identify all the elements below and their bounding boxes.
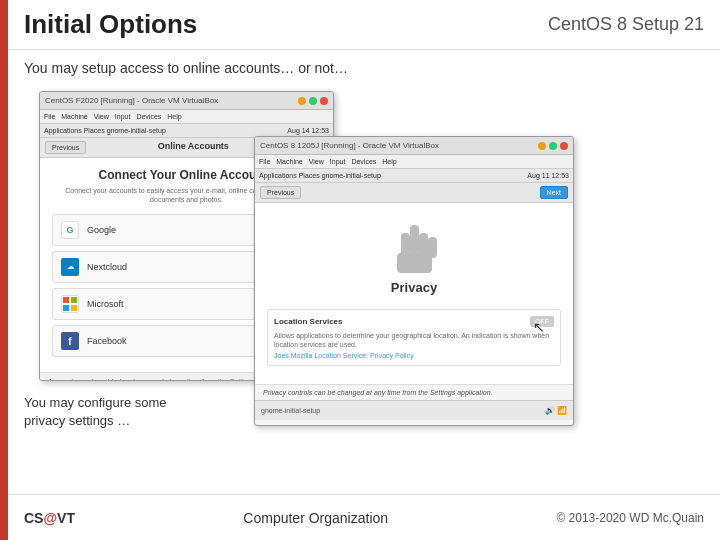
win2-toolbar-right: Aug 11 12:53 [527, 172, 569, 179]
slide-footer: CS@VT Computer Organization © 2013-2020 … [8, 494, 720, 540]
win2-maximize[interactable] [549, 142, 557, 150]
slide-body: You may setup access to online accounts…… [8, 50, 720, 490]
win2-title: CentOS 8 1205J [Running] - Oracle VM Vir… [260, 141, 439, 150]
win2-minimize[interactable] [538, 142, 546, 150]
win2-statusbar: gnome-initial-setup 🔊 📶 [255, 400, 573, 420]
win1-maximize[interactable] [309, 97, 317, 105]
win1-title: CentOS F2020 [Running] - Oracle VM Virtu… [45, 96, 218, 105]
svg-rect-3 [71, 305, 77, 311]
win2-close[interactable] [560, 142, 568, 150]
win2-previous-btn[interactable]: Previous [260, 186, 301, 199]
svg-rect-4 [410, 225, 419, 255]
footer-copyright: © 2013-2020 WD Mc.Quain [556, 511, 704, 525]
win1-controls [298, 97, 328, 105]
bottom-line2: privacy settings … [24, 412, 167, 430]
google-label: Google [87, 225, 116, 235]
facebook-icon: f [61, 332, 79, 350]
footer-vt: VT [57, 510, 75, 526]
bottom-caption: You may configure some privacy settings … [24, 394, 167, 430]
window-privacy: CentOS 8 1205J [Running] - Oracle VM Vir… [254, 136, 574, 426]
left-accent-bar [0, 0, 8, 540]
bottom-line1: You may configure some [24, 394, 167, 412]
svg-rect-0 [63, 297, 69, 303]
footer-at: @ [43, 510, 57, 526]
win2-status-text: gnome-initial-setup [261, 407, 320, 414]
mouse-cursor: ↖ [533, 319, 545, 335]
win1-previous-btn[interactable]: Previous [45, 141, 86, 154]
privacy-hand-icon [392, 225, 437, 280]
win1-close[interactable] [320, 97, 328, 105]
win1-menubar: File Machine View Input Devices Help [40, 110, 333, 124]
google-icon: G [61, 221, 79, 239]
win2-status-icons: 🔊 📶 [545, 406, 567, 415]
win1-minimize[interactable] [298, 97, 306, 105]
location-link[interactable]: Joes Mozilla Location Service: Privacy P… [274, 352, 554, 359]
location-section: Location Services OFF Allows application… [267, 309, 561, 366]
win2-toolbar-left: Applications Places gnome-initial-setup [259, 172, 381, 179]
location-desc: Allows applications to determine your ge… [274, 331, 554, 349]
win1-page-title: Online Accounts [158, 141, 229, 154]
svg-rect-1 [71, 297, 77, 303]
nextcloud-label: Nextcloud [87, 262, 127, 272]
footer-cs: CS [24, 510, 43, 526]
slide-subtitle: You may setup access to online accounts…… [24, 60, 704, 76]
slide-title: Initial Options [24, 9, 197, 40]
facebook-label: Facebook [87, 336, 127, 346]
microsoft-icon [61, 295, 79, 313]
footer-attribution: CS@VT [24, 510, 75, 526]
privacy-title: Privacy [391, 280, 437, 295]
slide-header: Initial Options CentOS 8 Setup 21 [8, 0, 720, 50]
win2-content: Privacy Location Services OFF Allows app… [255, 203, 573, 384]
footer-course: Computer Organization [243, 510, 388, 526]
privacy-icon-area: Privacy [267, 215, 561, 309]
win2-footer: Privacy controls can be changed at any t… [255, 384, 573, 400]
location-header: Location Services OFF [274, 316, 554, 327]
win2-next-btn[interactable]: Next [540, 186, 568, 199]
win2-titlebar: CentOS 8 1205J [Running] - Oracle VM Vir… [255, 137, 573, 155]
win2-toolbar: Applications Places gnome-initial-setup … [255, 169, 573, 183]
microsoft-label: Microsoft [87, 299, 124, 309]
win1-titlebar: CentOS F2020 [Running] - Oracle VM Virtu… [40, 92, 333, 110]
win2-menubar: File Machine View Input Devices Help [255, 155, 573, 169]
svg-rect-8 [397, 253, 432, 273]
win1-toolbar-left: Applications Places gnome-initial-setup [44, 127, 166, 134]
slide-meta: CentOS 8 Setup 21 [548, 14, 704, 35]
win2-controls [538, 142, 568, 150]
win1-toolbar-right: Aug 14 12:53 [287, 127, 329, 134]
screenshots-area: CentOS F2020 [Running] - Oracle VM Virtu… [24, 86, 704, 396]
location-title: Location Services [274, 317, 342, 326]
nextcloud-icon: ☁ [61, 258, 79, 276]
svg-rect-2 [63, 305, 69, 311]
